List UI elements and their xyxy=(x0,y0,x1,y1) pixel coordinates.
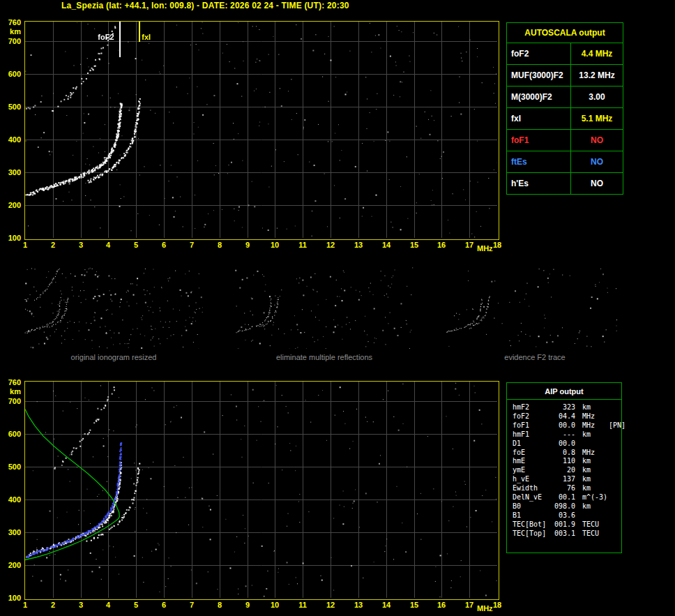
x-tick-17: 17 xyxy=(462,601,476,609)
aip-name: Ewidth xyxy=(513,484,552,493)
param-label: ftEs xyxy=(507,151,571,172)
aip-name: hmF1 xyxy=(513,430,552,440)
top-ionogram-y-axis: 760700600500400300200100km xyxy=(0,21,22,239)
x-tick-10: 10 xyxy=(268,601,282,609)
param-label: M(3000)F2 xyxy=(507,87,571,107)
aip-row-yme: ymE20km xyxy=(513,466,619,475)
aip-row-ewidth: Ewidth76km xyxy=(513,484,619,493)
x-tick-10: 10 xyxy=(268,241,282,249)
aip-note xyxy=(609,440,619,449)
y-tick-300: 300 xyxy=(0,528,21,536)
aip-value: 76 xyxy=(552,484,575,493)
aip-note xyxy=(609,484,619,493)
bottom-ionogram-plot xyxy=(24,381,499,600)
aip-note xyxy=(609,520,619,529)
x-tick-11: 11 xyxy=(296,601,310,609)
aip-unit: TECU xyxy=(575,529,609,539)
aip-note xyxy=(609,403,619,412)
aip-note: [PN] xyxy=(609,421,627,430)
aip-table-rows: hmF2323kmfoF204.4MHzfoF100.0MHz[PN]hmF1-… xyxy=(507,400,621,539)
thumbnail-original-ionogram xyxy=(24,267,203,349)
aip-value: 323 xyxy=(552,403,575,412)
param-label: MUF(3000)F2 xyxy=(507,65,571,86)
bottom-ionogram-y-axis: 760700600500400300200100km xyxy=(0,381,22,599)
aip-note xyxy=(609,511,619,520)
aip-output-table: AIP output hmF2323kmfoF204.4MHzfoF100.0M… xyxy=(506,382,622,553)
x-tick-13: 13 xyxy=(351,601,365,609)
aip-row-hmf2: hmF2323km xyxy=(513,403,619,412)
aip-unit: km xyxy=(575,430,609,440)
aip-note xyxy=(609,493,619,502)
aip-value: 04.4 xyxy=(552,412,575,421)
aip-note xyxy=(609,466,619,475)
aip-row-hme: hmE110km xyxy=(513,457,619,466)
x-tick-16: 16 xyxy=(434,241,448,249)
aip-row-d1: D100.0 xyxy=(513,440,619,449)
aip-row-hve: h_vE137km xyxy=(513,475,619,484)
y-tick-600: 600 xyxy=(0,70,21,78)
param-label: foF1 xyxy=(507,130,571,151)
thumbnail-evidence-f2-trace xyxy=(446,267,624,349)
x-tick-6: 6 xyxy=(157,601,171,609)
aip-row-fof1: foF100.0MHz[PN] xyxy=(513,421,619,430)
autoscala-app: { "header": { "title": "La_Spezia (lat: … xyxy=(0,0,675,616)
aip-note xyxy=(609,529,619,539)
aip-unit xyxy=(575,511,609,520)
y-tick-400: 400 xyxy=(0,495,21,504)
x-tick-8: 8 xyxy=(213,241,227,249)
y-tick-500: 500 xyxy=(0,463,21,471)
bottom-ionogram-canvas xyxy=(25,382,497,598)
aip-note xyxy=(609,430,619,440)
autoscala-row-hes: h'EsNO xyxy=(507,172,623,194)
aip-name: TEC[Top] xyxy=(513,529,552,539)
thumbnail-caption-evidence: evidence F2 trace xyxy=(446,353,624,361)
x-tick-3: 3 xyxy=(74,601,88,609)
aip-row-fof2: foF204.4MHz xyxy=(513,412,619,421)
y-tick-760: 760 xyxy=(0,18,21,27)
top-ionogram-x-axis: 123456789101112131415161718MHz xyxy=(24,241,513,255)
aip-unit: m^(-3) xyxy=(575,493,609,502)
aip-name: D1 xyxy=(513,440,552,449)
x-tick-14: 14 xyxy=(379,601,393,609)
autoscala-table-title: AUTOSCALA output xyxy=(507,23,623,43)
x-tick-16: 16 xyxy=(434,601,448,609)
aip-name: hmE xyxy=(513,457,552,466)
y-tick-760: 760 xyxy=(0,378,21,386)
thumbnail-eliminate-reflections xyxy=(235,267,414,349)
top-ionogram-plot xyxy=(24,21,499,240)
y-tick-700: 700 xyxy=(0,397,21,405)
x-tick-9: 9 xyxy=(241,241,255,249)
autoscala-row-fof2: foF24.4 MHz xyxy=(507,43,623,64)
y-tick-200: 200 xyxy=(0,201,21,209)
y-axis-unit-label: km xyxy=(0,27,21,36)
aip-value: 00.0 xyxy=(552,421,575,430)
x-tick-2: 2 xyxy=(46,601,60,609)
aip-note xyxy=(609,449,619,458)
x-tick-17: 17 xyxy=(462,241,476,249)
aip-note xyxy=(609,457,619,466)
autoscala-output-table: AUTOSCALA output foF24.4 MHzMUF(3000)F21… xyxy=(506,22,623,195)
aip-unit: km xyxy=(575,457,609,466)
autoscala-row-muf3000f2: MUF(3000)F213.2 MHz xyxy=(507,64,623,86)
x-axis-unit-label: MHz xyxy=(477,604,493,613)
y-tick-200: 200 xyxy=(0,561,21,569)
aip-row-tecbot: TEC[Bot]001.9TECU xyxy=(513,520,619,529)
aip-value: 00.1 xyxy=(552,493,575,502)
aip-value: 00.0 xyxy=(552,440,575,449)
aip-name: hmF2 xyxy=(513,403,552,412)
y-tick-500: 500 xyxy=(0,103,21,111)
param-label: foF2 xyxy=(507,43,571,64)
y-tick-400: 400 xyxy=(0,135,21,144)
param-value: NO xyxy=(571,173,623,194)
aip-name: DelN_vE xyxy=(513,493,552,502)
x-tick-15: 15 xyxy=(407,601,421,609)
x-tick-12: 12 xyxy=(324,241,338,249)
autoscala-row-m3000f2: M(3000)F23.00 xyxy=(507,86,623,107)
x-tick-5: 5 xyxy=(129,241,143,249)
aip-value: 001.9 xyxy=(552,520,575,529)
x-tick-15: 15 xyxy=(407,241,421,249)
aip-unit: MHz xyxy=(575,449,609,458)
x-tick-5: 5 xyxy=(129,601,143,609)
aip-value: 0.8 xyxy=(552,449,575,458)
param-label: fxI xyxy=(507,108,571,129)
